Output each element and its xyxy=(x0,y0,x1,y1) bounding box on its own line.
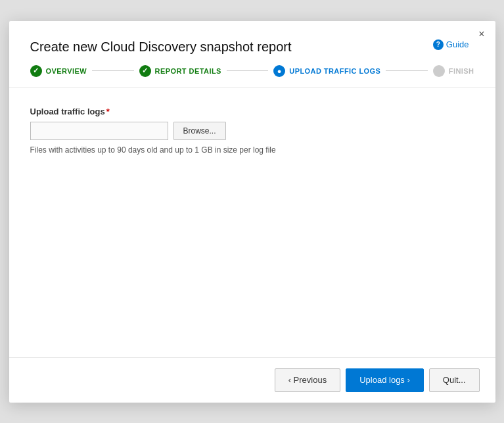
step-finish: FINISH xyxy=(433,65,474,77)
step-report-details: ✓ REPORT DETAILS xyxy=(139,65,221,77)
guide-icon: ? xyxy=(433,39,444,50)
step-finish-circle xyxy=(433,65,445,77)
step-report-details-label: REPORT DETAILS xyxy=(155,67,221,75)
close-button[interactable]: × xyxy=(478,29,484,39)
file-input[interactable] xyxy=(30,122,168,140)
required-marker: * xyxy=(106,107,110,116)
quit-button[interactable]: Quit... xyxy=(429,368,480,392)
step-overview-circle: ✓ xyxy=(30,65,42,77)
guide-label: Guide xyxy=(446,39,469,49)
field-label: Upload traffic logs* xyxy=(30,107,474,116)
file-upload-row: Browse... xyxy=(30,122,474,140)
stepper: ✓ OVERVIEW ✓ REPORT DETAILS ● UPLOAD TRA… xyxy=(9,65,495,88)
file-hint: Files with activities up to 90 days old … xyxy=(30,145,474,155)
upload-logs-button[interactable]: Upload logs › xyxy=(346,368,424,392)
step-report-details-circle: ✓ xyxy=(139,65,151,77)
previous-button[interactable]: ‹ Previous xyxy=(275,368,341,392)
step-overview: ✓ OVERVIEW xyxy=(30,65,87,77)
step-line-3 xyxy=(386,70,427,71)
step-upload-traffic-logs: ● UPLOAD TRAFFIC LOGS xyxy=(273,65,380,77)
step-line-1 xyxy=(92,70,133,71)
dialog-container: × ? Guide Create new Cloud Discovery sna… xyxy=(9,21,495,403)
browse-button[interactable]: Browse... xyxy=(173,122,226,140)
guide-link[interactable]: ? Guide xyxy=(433,39,469,50)
step-line-2 xyxy=(227,70,268,71)
dialog-title: Create new Cloud Discovery snapshot repo… xyxy=(9,21,495,65)
step-upload-circle: ● xyxy=(273,65,285,77)
dialog-footer: ‹ Previous Upload logs › Quit... xyxy=(9,357,495,403)
dialog-content: Upload traffic logs* Browse... Files wit… xyxy=(9,88,495,357)
step-overview-label: OVERVIEW xyxy=(46,67,87,75)
step-upload-label: UPLOAD TRAFFIC LOGS xyxy=(289,67,380,75)
step-finish-label: FINISH xyxy=(449,67,474,75)
